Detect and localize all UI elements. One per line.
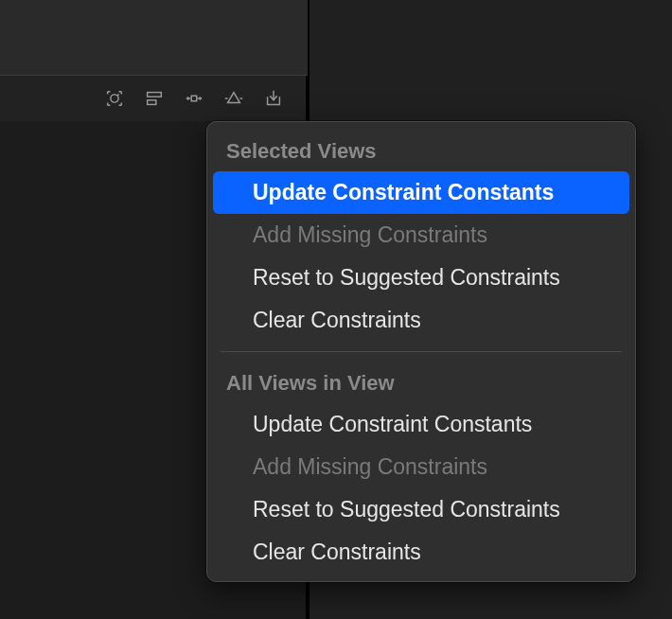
menu-clear-constraints-selected[interactable]: Clear Constraints bbox=[213, 299, 629, 342]
resolve-issues-icon[interactable] bbox=[222, 87, 245, 110]
svg-rect-2 bbox=[148, 100, 156, 105]
canvas-preview bbox=[0, 0, 308, 76]
menu-update-constraint-constants-selected[interactable]: Update Constraint Constants bbox=[213, 171, 629, 214]
section-title-all-views: All Views in View bbox=[207, 362, 635, 403]
menu-separator bbox=[221, 351, 622, 352]
align-icon[interactable] bbox=[143, 87, 166, 110]
menu-add-missing-constraints-all: Add Missing Constraints bbox=[213, 446, 629, 488]
menu-add-missing-constraints-selected: Add Missing Constraints bbox=[213, 214, 629, 256]
update-frames-icon[interactable] bbox=[103, 87, 126, 110]
layout-toolbar bbox=[0, 76, 308, 121]
svg-rect-3 bbox=[191, 96, 197, 101]
section-title-selected-views: Selected Views bbox=[207, 130, 635, 171]
svg-rect-1 bbox=[148, 93, 162, 97]
menu-update-constraint-constants-all[interactable]: Update Constraint Constants bbox=[213, 403, 629, 446]
pin-icon[interactable] bbox=[183, 87, 205, 110]
menu-reset-suggested-selected[interactable]: Reset to Suggested Constraints bbox=[213, 256, 629, 299]
menu-reset-suggested-all[interactable]: Reset to Suggested Constraints bbox=[213, 488, 629, 531]
menu-clear-constraints-all[interactable]: Clear Constraints bbox=[213, 531, 629, 574]
embed-icon[interactable] bbox=[262, 87, 285, 110]
resolve-autolayout-popup: Selected Views Update Constraint Constan… bbox=[206, 121, 636, 582]
